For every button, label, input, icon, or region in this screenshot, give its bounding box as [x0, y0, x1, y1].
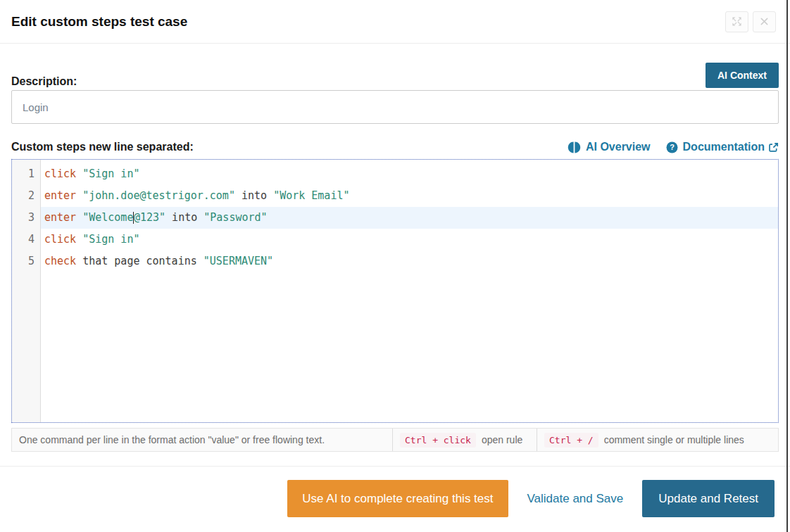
editor-line: click "Sign in" — [41, 229, 778, 251]
description-label: Description: — [11, 75, 77, 88]
line-number: 5 — [12, 251, 40, 272]
hint-text: open rule — [482, 434, 522, 445]
line-number: 4 — [12, 229, 40, 251]
update-and-retest-button[interactable]: Update and Retest — [642, 480, 775, 517]
modal-footer: Use AI to complete creating this test Va… — [0, 467, 790, 517]
documentation-link[interactable]: ? Documentation — [666, 141, 779, 153]
code-token — [76, 233, 82, 246]
code-token — [76, 167, 82, 180]
ai-context-button[interactable]: AI Context — [706, 63, 779, 88]
hint-text: One command per line in the format actio… — [19, 434, 325, 445]
editor-line: check that page contains "USERMAVEN" — [41, 251, 778, 272]
code-token: enter — [44, 211, 76, 224]
close-icon — [760, 17, 769, 26]
kbd-shortcut: Ctrl + / — [544, 433, 598, 448]
svg-text:?: ? — [670, 143, 675, 151]
external-link-icon — [768, 142, 779, 153]
question-icon: ? — [666, 141, 678, 153]
modal-title: Edit custom steps test case — [11, 14, 187, 30]
use-ai-complete-button[interactable]: Use AI to complete creating this test — [287, 480, 508, 517]
editor-line: enter "Welcome@123" into "Password" — [41, 207, 778, 229]
screen-edge-artifact — [786, 0, 788, 532]
code-token: into — [165, 211, 203, 224]
code-token: "john.doe@testrigor.com" — [82, 189, 235, 202]
expand-arrows-icon — [732, 16, 742, 27]
hint-segment: Ctrl + clickopen rule — [392, 429, 537, 451]
line-number: 1 — [12, 163, 40, 185]
modal-body: Description: AI Context Custom steps new… — [0, 63, 790, 452]
code-token: "Work Email" — [273, 189, 349, 202]
code-token: that page contains — [76, 255, 203, 267]
code-token — [76, 211, 82, 224]
validate-and-save-link[interactable]: Validate and Save — [527, 492, 624, 506]
expand-button[interactable] — [725, 11, 748, 32]
hint-segment: One command per line in the format actio… — [12, 429, 392, 451]
steps-links: AI Overview ? Documentation — [568, 141, 779, 153]
ai-overview-link[interactable]: AI Overview — [568, 141, 651, 153]
editor-code: click "Sign in"enter "john.doe@testrigor… — [41, 160, 778, 422]
custom-steps-label: Custom steps new line separated: — [11, 141, 194, 153]
kbd-shortcut: Ctrl + click — [400, 433, 476, 448]
editor-gutter: 12345 — [12, 160, 41, 422]
line-number: 2 — [12, 185, 40, 207]
code-token: into — [235, 189, 273, 202]
code-token: click — [44, 167, 76, 180]
hint-bar: One command per line in the format actio… — [11, 428, 779, 452]
code-token: @123" — [134, 211, 165, 224]
window-controls — [725, 11, 776, 32]
code-token: enter — [44, 189, 76, 202]
custom-steps-row: Custom steps new line separated: AI Over… — [11, 141, 779, 153]
custom-steps-editor[interactable]: 12345 click "Sign in"enter "john.doe@tes… — [11, 159, 779, 423]
editor-line: enter "john.doe@testrigor.com" into "Wor… — [41, 185, 778, 207]
description-row: Description: AI Context — [11, 63, 779, 88]
line-number: 3 — [12, 207, 40, 229]
code-token: click — [44, 233, 76, 246]
code-token: "Password" — [203, 211, 267, 224]
hint-text: comment single or multiple lines — [604, 434, 744, 445]
documentation-label: Documentation — [683, 141, 765, 153]
code-token: "Welcome — [82, 211, 133, 224]
close-button[interactable] — [753, 11, 776, 32]
ai-overview-label: AI Overview — [586, 141, 651, 153]
editor-line: click "Sign in" — [41, 163, 778, 185]
modal-header: Edit custom steps test case — [0, 0, 790, 44]
description-input[interactable] — [11, 90, 779, 124]
code-token — [76, 189, 82, 202]
hint-segment: Ctrl + /comment single or multiple lines — [537, 429, 778, 451]
code-token: check — [44, 255, 76, 267]
code-token: "Sign in" — [82, 233, 139, 246]
edit-test-case-modal: Edit custom steps test case — [0, 0, 790, 532]
brain-icon — [568, 141, 581, 153]
code-token: "Sign in" — [82, 167, 139, 180]
code-token: "USERMAVEN" — [203, 255, 273, 267]
